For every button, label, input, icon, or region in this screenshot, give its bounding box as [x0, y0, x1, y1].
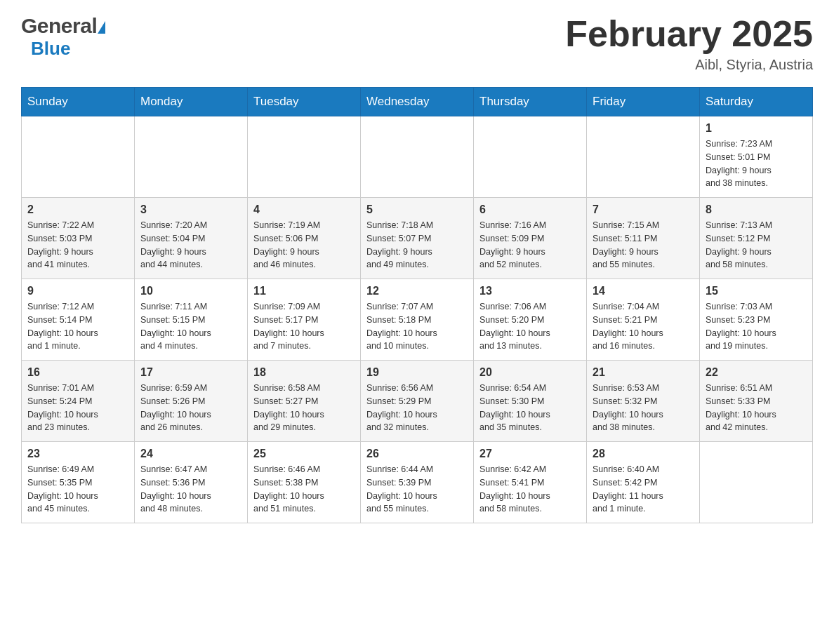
day-number: 5	[366, 203, 468, 216]
day-number: 16	[27, 366, 128, 379]
logo: General Blue	[21, 14, 105, 60]
calendar-cell: 24Sunrise: 6:47 AM Sunset: 5:36 PM Dayli…	[135, 442, 248, 523]
day-info: Sunrise: 7:22 AM Sunset: 5:03 PM Dayligh…	[27, 219, 128, 271]
day-info: Sunrise: 7:03 AM Sunset: 5:23 PM Dayligh…	[706, 300, 807, 353]
calendar-cell: 14Sunrise: 7:04 AM Sunset: 5:21 PM Dayli…	[587, 279, 700, 361]
calendar-day-header: Tuesday	[248, 88, 361, 116]
day-info: Sunrise: 7:12 AM Sunset: 5:14 PM Dayligh…	[27, 300, 128, 353]
day-info: Sunrise: 6:54 AM Sunset: 5:30 PM Dayligh…	[479, 382, 581, 434]
calendar-cell: 6Sunrise: 7:16 AM Sunset: 5:09 PM Daylig…	[474, 198, 587, 279]
calendar-day-header: Thursday	[474, 88, 587, 116]
day-number: 27	[479, 448, 581, 460]
logo-blue-text: Blue	[31, 38, 70, 60]
calendar-cell: 13Sunrise: 7:06 AM Sunset: 5:20 PM Dayli…	[474, 279, 587, 361]
calendar-cell: 4Sunrise: 7:19 AM Sunset: 5:06 PM Daylig…	[248, 198, 361, 279]
calendar-cell	[474, 116, 587, 198]
calendar-week-row: 2Sunrise: 7:22 AM Sunset: 5:03 PM Daylig…	[22, 198, 813, 279]
day-number: 11	[253, 285, 355, 297]
title-section: February 2025 Aibl, Styria, Austria	[565, 14, 813, 73]
day-info: Sunrise: 6:58 AM Sunset: 5:27 PM Dayligh…	[253, 382, 355, 434]
day-number: 6	[479, 203, 581, 216]
calendar-cell: 26Sunrise: 6:44 AM Sunset: 5:39 PM Dayli…	[361, 442, 474, 523]
day-number: 23	[27, 448, 128, 460]
day-number: 26	[366, 448, 468, 460]
calendar-cell: 27Sunrise: 6:42 AM Sunset: 5:41 PM Dayli…	[474, 442, 587, 523]
day-info: Sunrise: 7:20 AM Sunset: 5:04 PM Dayligh…	[140, 219, 241, 271]
calendar-cell	[22, 116, 135, 198]
day-info: Sunrise: 6:46 AM Sunset: 5:38 PM Dayligh…	[253, 463, 355, 516]
day-number: 25	[253, 448, 355, 460]
calendar-cell: 2Sunrise: 7:22 AM Sunset: 5:03 PM Daylig…	[22, 198, 135, 279]
calendar-cell: 17Sunrise: 6:59 AM Sunset: 5:26 PM Dayli…	[135, 361, 248, 442]
calendar-week-row: 9Sunrise: 7:12 AM Sunset: 5:14 PM Daylig…	[22, 279, 813, 361]
day-info: Sunrise: 7:13 AM Sunset: 5:12 PM Dayligh…	[706, 219, 807, 271]
day-number: 8	[706, 203, 807, 216]
day-info: Sunrise: 6:51 AM Sunset: 5:33 PM Dayligh…	[706, 382, 807, 434]
calendar-cell	[361, 116, 474, 198]
day-number: 22	[706, 366, 807, 379]
day-number: 12	[366, 285, 468, 297]
day-number: 24	[140, 448, 241, 460]
day-number: 9	[27, 285, 128, 297]
calendar-cell: 15Sunrise: 7:03 AM Sunset: 5:23 PM Dayli…	[700, 279, 813, 361]
day-info: Sunrise: 6:42 AM Sunset: 5:41 PM Dayligh…	[479, 463, 581, 516]
calendar-week-row: 16Sunrise: 7:01 AM Sunset: 5:24 PM Dayli…	[22, 361, 813, 442]
calendar-table: SundayMondayTuesdayWednesdayThursdayFrid…	[21, 87, 813, 523]
calendar-cell: 23Sunrise: 6:49 AM Sunset: 5:35 PM Dayli…	[22, 442, 135, 523]
day-info: Sunrise: 6:40 AM Sunset: 5:42 PM Dayligh…	[593, 463, 694, 516]
day-number: 15	[706, 285, 807, 297]
day-info: Sunrise: 7:04 AM Sunset: 5:21 PM Dayligh…	[593, 300, 694, 353]
calendar-day-header: Wednesday	[361, 88, 474, 116]
day-number: 20	[479, 366, 581, 379]
calendar-week-row: 23Sunrise: 6:49 AM Sunset: 5:35 PM Dayli…	[22, 442, 813, 523]
calendar-week-row: 1Sunrise: 7:23 AM Sunset: 5:01 PM Daylig…	[22, 116, 813, 198]
calendar-cell: 10Sunrise: 7:11 AM Sunset: 5:15 PM Dayli…	[135, 279, 248, 361]
day-info: Sunrise: 7:23 AM Sunset: 5:01 PM Dayligh…	[706, 137, 807, 190]
calendar-cell: 22Sunrise: 6:51 AM Sunset: 5:33 PM Dayli…	[700, 361, 813, 442]
page-header: General Blue February 2025 Aibl, Styria,…	[21, 14, 813, 73]
day-number: 19	[366, 366, 468, 379]
calendar-cell: 12Sunrise: 7:07 AM Sunset: 5:18 PM Dayli…	[361, 279, 474, 361]
day-number: 3	[140, 203, 241, 216]
calendar-cell: 1Sunrise: 7:23 AM Sunset: 5:01 PM Daylig…	[700, 116, 813, 198]
calendar-cell: 8Sunrise: 7:13 AM Sunset: 5:12 PM Daylig…	[700, 198, 813, 279]
calendar-day-header: Friday	[587, 88, 700, 116]
calendar-cell: 25Sunrise: 6:46 AM Sunset: 5:38 PM Dayli…	[248, 442, 361, 523]
day-info: Sunrise: 6:49 AM Sunset: 5:35 PM Dayligh…	[27, 463, 128, 516]
location-text: Aibl, Styria, Austria	[565, 57, 813, 73]
month-title: February 2025	[565, 14, 813, 54]
calendar-day-header: Sunday	[22, 88, 135, 116]
calendar-header-row: SundayMondayTuesdayWednesdayThursdayFrid…	[22, 88, 813, 116]
day-info: Sunrise: 7:15 AM Sunset: 5:11 PM Dayligh…	[593, 219, 694, 271]
day-number: 7	[593, 203, 694, 216]
day-number: 10	[140, 285, 241, 297]
calendar-cell	[135, 116, 248, 198]
calendar-cell: 7Sunrise: 7:15 AM Sunset: 5:11 PM Daylig…	[587, 198, 700, 279]
day-info: Sunrise: 7:06 AM Sunset: 5:20 PM Dayligh…	[479, 300, 581, 353]
day-number: 2	[27, 203, 128, 216]
calendar-cell: 16Sunrise: 7:01 AM Sunset: 5:24 PM Dayli…	[22, 361, 135, 442]
day-number: 4	[253, 203, 355, 216]
day-info: Sunrise: 7:11 AM Sunset: 5:15 PM Dayligh…	[140, 300, 241, 353]
day-info: Sunrise: 6:53 AM Sunset: 5:32 PM Dayligh…	[593, 382, 694, 434]
calendar-cell: 9Sunrise: 7:12 AM Sunset: 5:14 PM Daylig…	[22, 279, 135, 361]
day-info: Sunrise: 6:44 AM Sunset: 5:39 PM Dayligh…	[366, 463, 468, 516]
day-info: Sunrise: 6:56 AM Sunset: 5:29 PM Dayligh…	[366, 382, 468, 434]
calendar-cell: 5Sunrise: 7:18 AM Sunset: 5:07 PM Daylig…	[361, 198, 474, 279]
calendar-cell: 19Sunrise: 6:56 AM Sunset: 5:29 PM Dayli…	[361, 361, 474, 442]
day-info: Sunrise: 7:01 AM Sunset: 5:24 PM Dayligh…	[27, 382, 128, 434]
day-number: 28	[593, 448, 694, 460]
day-info: Sunrise: 6:47 AM Sunset: 5:36 PM Dayligh…	[140, 463, 241, 516]
day-info: Sunrise: 7:07 AM Sunset: 5:18 PM Dayligh…	[366, 300, 468, 353]
calendar-cell: 20Sunrise: 6:54 AM Sunset: 5:30 PM Dayli…	[474, 361, 587, 442]
calendar-cell: 3Sunrise: 7:20 AM Sunset: 5:04 PM Daylig…	[135, 198, 248, 279]
day-info: Sunrise: 6:59 AM Sunset: 5:26 PM Dayligh…	[140, 382, 241, 434]
calendar-cell: 28Sunrise: 6:40 AM Sunset: 5:42 PM Dayli…	[587, 442, 700, 523]
day-info: Sunrise: 7:18 AM Sunset: 5:07 PM Dayligh…	[366, 219, 468, 271]
calendar-cell: 11Sunrise: 7:09 AM Sunset: 5:17 PM Dayli…	[248, 279, 361, 361]
day-info: Sunrise: 7:16 AM Sunset: 5:09 PM Dayligh…	[479, 219, 581, 271]
day-number: 14	[593, 285, 694, 297]
calendar-cell	[248, 116, 361, 198]
day-info: Sunrise: 7:19 AM Sunset: 5:06 PM Dayligh…	[253, 219, 355, 271]
day-number: 1	[706, 122, 807, 135]
